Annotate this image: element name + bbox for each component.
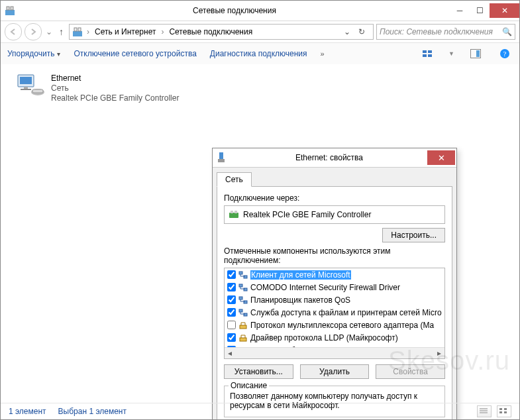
details-view-button[interactable] xyxy=(477,405,492,417)
svg-rect-2 xyxy=(11,7,13,10)
component-item[interactable]: Служба доступа к файлам и принтерам сете… xyxy=(225,306,444,319)
up-button[interactable]: ↑ xyxy=(56,26,66,37)
connect-via-label: Подключение через: xyxy=(224,193,445,203)
svg-rect-3 xyxy=(73,31,82,36)
svg-rect-24 xyxy=(234,211,237,213)
uninstall-button[interactable]: Удалить xyxy=(300,364,370,379)
help-button[interactable]: ? xyxy=(497,46,513,61)
svg-rect-15 xyxy=(20,77,32,84)
tab-network[interactable]: Сеть xyxy=(217,172,252,187)
minimize-button[interactable]: ─ xyxy=(450,3,470,18)
address-bar[interactable]: › Сеть и Интернет › Сетевые подключения … xyxy=(69,24,374,40)
svg-rect-25 xyxy=(239,272,242,274)
component-checkbox[interactable] xyxy=(227,270,236,279)
component-label: Драйвер протокола LLDP (Майкрософт) xyxy=(250,333,398,342)
svg-rect-27 xyxy=(239,284,242,287)
svg-rect-17 xyxy=(21,89,31,90)
recent-locations-icon[interactable]: ⌄ xyxy=(44,27,54,36)
view-options-chevron-icon[interactable]: ▼ xyxy=(448,50,454,57)
tab-strip: Сеть xyxy=(213,168,456,186)
close-button[interactable]: ✕ xyxy=(490,3,519,18)
explorer-window: Сетевые подключения ─ ☐ ✕ ⌄ ↑ › Сеть и И… xyxy=(0,0,520,420)
svg-rect-22 xyxy=(229,213,238,218)
svg-rect-7 xyxy=(423,54,427,57)
address-bar-row: ⌄ ↑ › Сеть и Интернет › Сетевые подключе… xyxy=(1,21,519,43)
component-label: COMODO Internet Security Firewall Driver xyxy=(250,283,400,292)
address-dropdown[interactable]: ⌄↻ xyxy=(338,27,370,36)
breadcrumb-segment[interactable]: Сетевые подключения xyxy=(166,27,255,36)
component-item[interactable]: Драйвер протокола LLDP (Майкрософт) xyxy=(225,331,444,344)
svg-text:?: ? xyxy=(503,50,507,58)
search-box[interactable]: Поиск: Сетевые подключения 🔍 xyxy=(376,24,515,40)
scroll-left-button[interactable]: ◂ xyxy=(225,348,235,358)
diagnose-connection-button[interactable]: Диагностика подключения xyxy=(210,49,307,58)
component-checkbox[interactable] xyxy=(227,321,236,329)
svg-rect-11 xyxy=(476,50,480,57)
network-component-icon xyxy=(238,270,248,280)
component-item[interactable]: COMODO Internet Security Firewall Driver xyxy=(225,281,444,293)
component-item[interactable]: Клиент для сетей Microsoft xyxy=(225,268,444,281)
connection-details: Ethernet Сеть Realtek PCIe GBE Family Co… xyxy=(51,74,179,103)
horizontal-scrollbar[interactable]: ◂ ▸ xyxy=(225,347,444,358)
breadcrumb-segment[interactable]: Сеть и Интернет xyxy=(92,27,158,36)
dialog-close-button[interactable]: ✕ xyxy=(427,150,455,165)
adapter-field: Realtek PCIe GBE Family Controller xyxy=(224,205,445,224)
icons-view-button[interactable] xyxy=(497,405,511,417)
app-icon xyxy=(5,5,15,16)
component-checkbox[interactable] xyxy=(227,333,236,342)
window-title: Сетевые подключения xyxy=(19,6,450,15)
disable-device-button[interactable]: Отключение сетевого устройства xyxy=(74,49,196,58)
preview-pane-button[interactable] xyxy=(468,46,484,61)
forward-button[interactable] xyxy=(25,23,42,40)
svg-rect-21 xyxy=(218,159,225,162)
tab-panel: Подключение через: Realtek PCIe GBE Fami… xyxy=(217,186,452,420)
status-item-count: 1 элемент xyxy=(9,407,46,416)
component-item[interactable]: Протокол мультиплексора сетевого адаптер… xyxy=(225,319,444,331)
svg-rect-1 xyxy=(7,7,9,10)
properties-dialog: Ethernet: свойства ✕ Сеть Подключение че… xyxy=(212,148,457,420)
connection-status: Сеть xyxy=(51,83,179,93)
dialog-title-bar: Ethernet: свойства ✕ xyxy=(213,148,456,168)
svg-rect-4 xyxy=(74,28,77,31)
components-list[interactable]: Клиент для сетей MicrosoftCOMODO Interne… xyxy=(224,268,445,359)
component-checkbox[interactable] xyxy=(227,308,236,317)
network-component-icon xyxy=(238,295,248,305)
view-options-button[interactable] xyxy=(419,46,435,61)
dialog-title: Ethernet: свойства xyxy=(231,153,427,162)
component-label: Клиент для сетей Microsoft xyxy=(250,270,351,280)
install-button[interactable]: Установить... xyxy=(224,364,293,379)
location-icon xyxy=(72,26,83,37)
maximize-button[interactable]: ☐ xyxy=(470,3,490,18)
svg-rect-19 xyxy=(32,89,43,93)
ethernet-icon xyxy=(15,74,46,96)
protocol-icon xyxy=(238,321,248,330)
svg-rect-23 xyxy=(231,211,233,213)
svg-rect-33 xyxy=(240,325,246,329)
command-bar: Упорядочить▾ Отключение сетевого устройс… xyxy=(1,43,519,65)
scroll-right-button[interactable]: ▸ xyxy=(434,348,444,358)
breadcrumb-sep: › xyxy=(85,27,91,36)
configure-button[interactable]: Настроить... xyxy=(382,228,445,242)
content-area: Ethernet Сеть Realtek PCIe GBE Family Co… xyxy=(1,64,519,403)
connection-name: Ethernet xyxy=(51,74,179,83)
component-label: Протокол мультиплексора сетевого адаптер… xyxy=(250,321,434,330)
component-checkbox[interactable] xyxy=(227,283,236,291)
component-checkbox[interactable] xyxy=(227,295,236,304)
component-item[interactable]: Планировщик пакетов QoS xyxy=(225,293,444,306)
search-placeholder: Поиск: Сетевые подключения xyxy=(380,27,493,36)
back-button[interactable] xyxy=(5,23,22,40)
svg-rect-39 xyxy=(499,408,502,410)
connection-item[interactable]: Ethernet Сеть Realtek PCIe GBE Family Co… xyxy=(15,74,179,103)
more-commands-icon[interactable]: » xyxy=(321,50,325,58)
connection-adapter: Realtek PCIe GBE Family Controller xyxy=(51,93,179,103)
adapter-name: Realtek PCIe GBE Family Controller xyxy=(243,210,371,219)
svg-rect-6 xyxy=(423,50,427,53)
svg-rect-16 xyxy=(24,87,28,89)
properties-button[interactable]: Свойства xyxy=(376,364,445,379)
organize-menu[interactable]: Упорядочить▾ xyxy=(7,49,60,58)
svg-rect-9 xyxy=(428,54,432,57)
network-component-icon xyxy=(238,308,248,317)
svg-rect-41 xyxy=(499,411,502,413)
svg-rect-42 xyxy=(504,411,507,413)
svg-rect-40 xyxy=(504,408,507,410)
